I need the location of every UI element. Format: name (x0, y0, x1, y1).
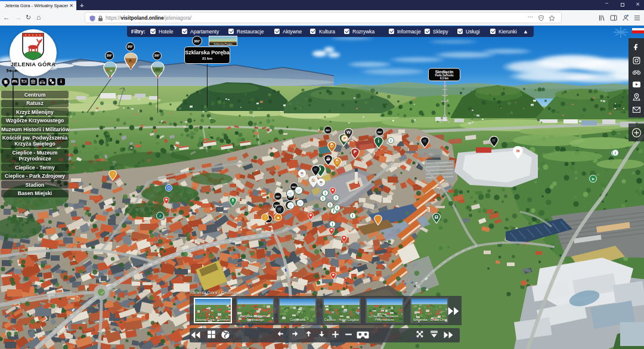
svg-text:🛒: 🛒 (423, 138, 428, 143)
svg-text:P: P (354, 149, 357, 155)
svg-text:🍺: 🍺 (335, 159, 340, 164)
svg-text:🛒: 🛒 (314, 167, 318, 172)
svg-text:6: 6 (232, 198, 234, 202)
svg-text:🛒: 🛒 (492, 138, 497, 143)
svg-text:🍴: 🍴 (110, 172, 115, 177)
svg-text:☕: ☕ (326, 156, 331, 161)
svg-text:🍺: 🍺 (329, 143, 335, 148)
svg-text:i: i (378, 138, 379, 144)
svg-text:⛾: ⛾ (435, 215, 438, 219)
svg-text:36: 36 (516, 149, 519, 153)
svg-text:W: W (346, 129, 351, 135)
svg-text:🏠: 🏠 (311, 178, 316, 183)
